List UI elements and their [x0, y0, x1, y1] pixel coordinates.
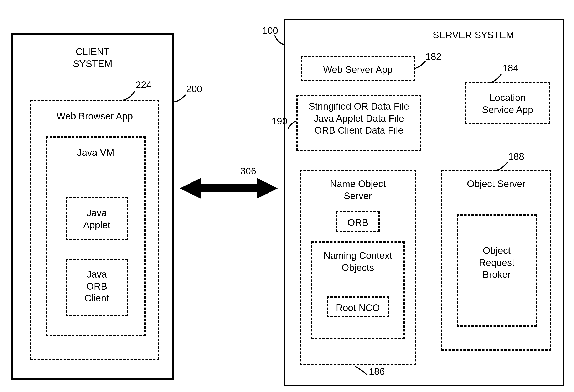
data-files-line1: Stringified OR Data File [298, 101, 420, 113]
ref-188: 188 [508, 151, 524, 162]
leader-224 [123, 89, 136, 101]
object-request-broker-label: Object Request Broker [458, 216, 535, 281]
double-arrow-icon [180, 176, 278, 201]
name-object-server-label: Name Object Server [308, 178, 408, 202]
root-nco-box: Root NCO [327, 296, 389, 317]
ref-186: 186 [369, 366, 385, 377]
leader-190 [287, 121, 298, 130]
leader-200 [174, 94, 187, 102]
data-files-box: Stringified OR Data File Java Applet Dat… [296, 95, 421, 151]
ref-200: 200 [186, 83, 202, 94]
leader-186 [355, 366, 368, 375]
data-files-line3: ORB Client Data File [298, 124, 420, 137]
java-vm-label: Java VM [57, 147, 134, 159]
leader-182 [414, 60, 427, 69]
object-request-broker-box: Object Request Broker [457, 214, 537, 327]
location-service-app-box: Location Service App [465, 82, 550, 124]
ref-184: 184 [502, 62, 518, 74]
web-server-app-box: Web Server App [301, 56, 415, 81]
leader-100 [274, 34, 285, 45]
location-service-app-label: Location Service App [466, 83, 549, 116]
orb-box: ORB [336, 211, 380, 232]
java-applet-label: Java Applet [68, 207, 126, 231]
web-server-app-label: Web Server App [302, 57, 414, 76]
orb-label: ORB [337, 212, 378, 229]
diagram-canvas: CLIENT SYSTEM 200 Web Browser App 224 Ja… [5, 5, 569, 387]
svg-marker-0 [180, 178, 278, 199]
leader-188 [496, 161, 509, 171]
java-orb-client-label: Java ORB Client [68, 268, 126, 304]
root-nco-label: Root NCO [328, 298, 388, 314]
ref-306: 306 [240, 165, 256, 177]
data-files-line2: Java Applet Data File [298, 113, 420, 125]
ref-182: 182 [426, 51, 441, 62]
ref-224: 224 [136, 79, 152, 90]
web-browser-app-label: Web Browser App [41, 110, 149, 122]
ref-190: 190 [271, 116, 287, 127]
naming-context-objects-label: Naming Context Objects [316, 250, 399, 274]
object-server-label: Object Server [449, 178, 543, 190]
server-system-title: SERVER SYSTEM [390, 29, 556, 41]
leader-184 [490, 73, 502, 83]
client-system-title: CLIENT SYSTEM [47, 46, 138, 70]
